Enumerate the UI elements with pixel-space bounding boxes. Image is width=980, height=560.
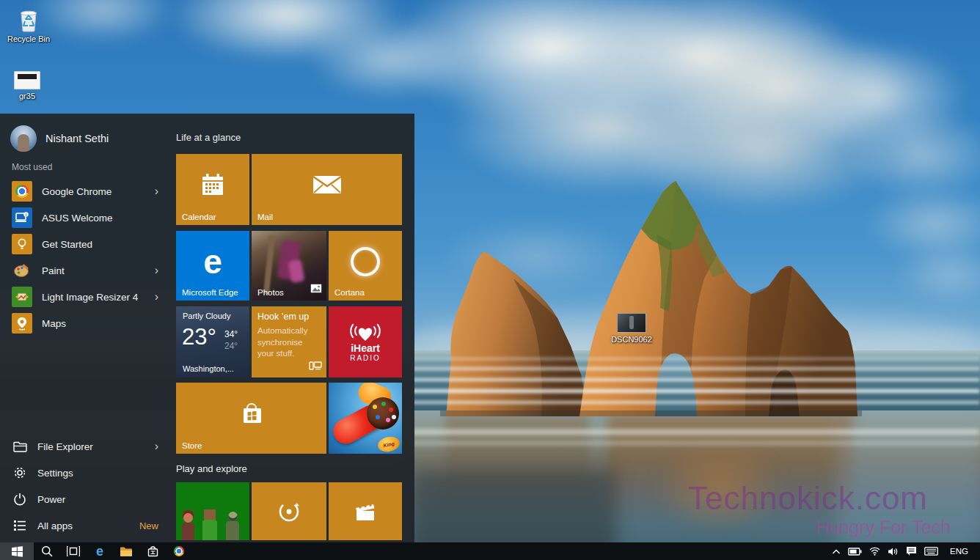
- user-name: Nishant Sethi: [45, 133, 109, 144]
- tile-calendar[interactable]: Calendar: [176, 154, 249, 225]
- menu-item-google-chrome[interactable]: Google Chrome ›: [0, 178, 175, 205]
- light-image-resizer-icon: [12, 287, 32, 307]
- chevron-right-icon: ›: [155, 265, 158, 276]
- start-menu: Nishant Sethi Most used Google Chrome › …: [0, 114, 414, 542]
- store-bag-icon: [147, 545, 158, 557]
- xbox-avatar: [226, 512, 239, 540]
- menu-item-get-started[interactable]: Get Started: [0, 231, 175, 257]
- start-button[interactable]: [0, 542, 34, 560]
- task-view-button[interactable]: [60, 542, 87, 560]
- asus-welcome-icon: i: [12, 207, 32, 228]
- gear-icon: [12, 465, 28, 481]
- battery-icon[interactable]: [848, 548, 862, 556]
- touch-keyboard-icon[interactable]: [924, 547, 938, 556]
- menu-item-settings[interactable]: Settings: [0, 460, 175, 486]
- chevron-right-icon: ›: [155, 291, 158, 303]
- tile-store[interactable]: Store: [176, 383, 326, 454]
- wifi-icon[interactable]: [869, 547, 880, 556]
- weather-temperature: 23°: [182, 324, 216, 350]
- taskbar-store-button[interactable]: [139, 542, 166, 560]
- menu-item-asus-welcome[interactable]: i ASUS Welcome: [0, 205, 175, 231]
- desktop-icon-label: gr35: [19, 92, 35, 100]
- cloud: [440, 220, 631, 290]
- chevron-right-icon: ›: [155, 441, 158, 452]
- menu-item-maps[interactable]: Maps: [0, 310, 175, 336]
- weather-condition: Partly Cloudy: [183, 312, 230, 320]
- tile-label: Cortana: [334, 288, 365, 297]
- tile-candy-crush[interactable]: King: [329, 383, 402, 454]
- menu-item-label: Get Started: [42, 239, 92, 250]
- xbox-avatar: [182, 513, 194, 540]
- weather-location: Washington,...: [183, 364, 234, 373]
- menu-item-label: All apps: [37, 520, 73, 531]
- search-icon: [41, 545, 53, 557]
- candy-artwork: [367, 397, 399, 430]
- chrome-icon: [12, 181, 32, 202]
- menu-item-label: Power: [37, 494, 65, 505]
- wave-foam: [411, 358, 980, 360]
- tray-chevron-up-icon[interactable]: [832, 548, 841, 555]
- taskbar-file-explorer-button[interactable]: [113, 542, 139, 560]
- menu-item-label: Light Image Resizer 4: [42, 292, 138, 303]
- taskbar-search-button[interactable]: [34, 542, 60, 560]
- tile-label: Microsoft Edge: [182, 288, 238, 297]
- shore-foam: [411, 441, 980, 445]
- calendar-icon: [176, 154, 249, 215]
- tile-microsoft-edge[interactable]: e Microsoft Edge: [176, 231, 249, 301]
- watermark-tagline: Hungry For Tech: [816, 517, 951, 538]
- volume-icon[interactable]: [888, 547, 899, 556]
- menu-item-label: Paint: [42, 265, 65, 276]
- edge-logo-icon: e: [176, 231, 249, 292]
- watermark-site: Technokick.com: [688, 480, 928, 517]
- recycle-bin-icon: [16, 6, 41, 32]
- file-explorer-icon: [12, 438, 28, 454]
- wave-foam: [411, 378, 980, 381]
- language-indicator[interactable]: ENG: [946, 547, 973, 556]
- tile-cortana[interactable]: Cortana: [329, 231, 402, 301]
- system-list: File Explorer › Settings Power All apps: [0, 433, 175, 539]
- king-badge: King: [376, 435, 401, 454]
- tile-label: Calendar: [182, 213, 216, 221]
- tile-groove-music[interactable]: [252, 482, 326, 540]
- iheart-radio-label: RADIO: [350, 354, 381, 363]
- photo-content: [263, 235, 275, 294]
- shore-foam: [411, 430, 980, 435]
- action-center-icon[interactable]: [906, 546, 917, 556]
- wave-foam: [411, 401, 980, 404]
- desktop-icon-dscn9062[interactable]: DSCN9062: [603, 313, 660, 344]
- desktop-icon-recycle-bin[interactable]: Recycle Bin: [0, 6, 57, 43]
- xbox-avatar: [202, 509, 217, 540]
- edge-logo-icon: e: [96, 545, 103, 558]
- tile-mail[interactable]: Mail: [252, 154, 402, 225]
- task-view-icon: [67, 546, 80, 556]
- most-used-header: Most used: [12, 162, 52, 172]
- menu-item-light-image-resizer[interactable]: Light Image Resizer 4 ›: [0, 284, 175, 310]
- chevron-right-icon: ›: [155, 185, 158, 197]
- tile-iheart-radio[interactable]: iHeart RADIO: [329, 306, 402, 377]
- user-account-button[interactable]: Nishant Sethi: [10, 124, 109, 153]
- menu-item-all-apps[interactable]: All apps New: [0, 512, 175, 539]
- tile-xbox[interactable]: [176, 482, 249, 540]
- taskbar-edge-button[interactable]: e: [87, 542, 113, 560]
- tile-group-title: Life at a glance: [176, 132, 241, 143]
- tile-photos[interactable]: Photos: [252, 231, 326, 301]
- tile-hook-em-up[interactable]: Hook ’em up Automatically synchronise yo…: [252, 306, 326, 377]
- tile-subtitle: Automatically synchronise your stuff.: [257, 325, 321, 360]
- mail-icon: [252, 154, 402, 215]
- menu-item-file-explorer[interactable]: File Explorer ›: [0, 433, 175, 460]
- photo-file-thumbnail: [617, 313, 646, 333]
- photos-app-icon: [310, 283, 322, 296]
- menu-item-power[interactable]: Power: [0, 486, 175, 512]
- chrome-icon: [174, 546, 184, 556]
- desktop-icon-label: DSCN9062: [611, 335, 652, 344]
- tile-weather[interactable]: Partly Cloudy 23° 34° 24° Washington,...: [176, 306, 249, 377]
- tile-movies-tv[interactable]: [329, 482, 402, 540]
- system-tray: ENG: [832, 542, 973, 560]
- iheart-brand: iHeart: [351, 343, 380, 353]
- menu-item-paint[interactable]: Paint ›: [0, 257, 175, 284]
- map-pin-icon: [12, 313, 32, 334]
- tile-title: Hook ’em up: [257, 312, 309, 322]
- desktop-icon-gr35[interactable]: gr35: [0, 71, 56, 100]
- wave-foam: [411, 367, 980, 370]
- taskbar-chrome-button[interactable]: [166, 542, 192, 560]
